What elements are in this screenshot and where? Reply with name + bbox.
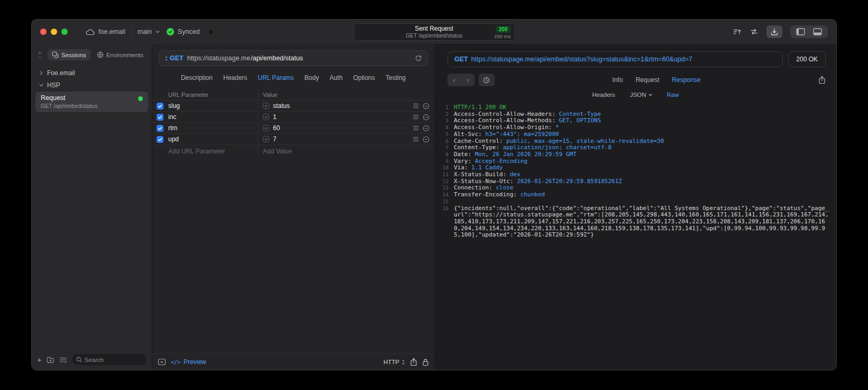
param-name[interactable]: inc xyxy=(168,112,258,122)
value-type-icon[interactable]: = xyxy=(263,114,269,120)
method-label: GET xyxy=(170,55,184,62)
import-icon[interactable] xyxy=(766,25,782,38)
param-name[interactable]: upd xyxy=(168,134,258,144)
request-tabs: DescriptionHeadersURL ParamsBodyAuthOpti… xyxy=(152,68,434,87)
request-tab-url-params[interactable]: URL Params xyxy=(258,74,294,81)
add-request-icon[interactable]: + xyxy=(37,355,42,364)
param-value[interactable]: 7 xyxy=(273,135,277,143)
tab-environments[interactable]: Environments xyxy=(93,49,148,60)
request-tab-auth[interactable]: Auth xyxy=(330,74,343,81)
line-content: Vary: Accept-Encoding xyxy=(454,158,829,165)
param-checkbox[interactable] xyxy=(152,101,168,111)
history-clock-button[interactable] xyxy=(479,74,495,86)
new-folder-icon[interactable] xyxy=(47,356,54,363)
response-tab-request[interactable]: Request xyxy=(636,76,660,84)
request-tab-testing[interactable]: Testing xyxy=(386,74,406,81)
url-bar[interactable]: GET https://statuspage.me /api/embed/sta… xyxy=(159,50,428,66)
tab-sessions[interactable]: Sessions xyxy=(48,49,90,60)
clock-icon xyxy=(483,77,490,84)
request-tab-description[interactable]: Description xyxy=(181,74,213,81)
response-nav: ‹ › InfoRequestResponse xyxy=(435,70,836,87)
add-value[interactable]: Add Value xyxy=(258,145,434,157)
line-number: 15 xyxy=(440,198,454,205)
request-tab-body[interactable]: Body xyxy=(305,74,319,81)
minimize-window-button[interactable] xyxy=(51,29,57,35)
sent-request-subtitle: GET /api/embed/status xyxy=(406,32,462,39)
titlebar-actions xyxy=(733,25,828,38)
multiline-icon[interactable] xyxy=(413,114,419,120)
zoom-window-button[interactable] xyxy=(61,29,68,35)
param-value[interactable]: 60 xyxy=(273,124,280,132)
multiline-icon[interactable] xyxy=(413,137,419,142)
show-panel-icon[interactable] xyxy=(158,358,166,366)
response-status-box: 200 OK xyxy=(788,51,826,67)
param-name[interactable]: slug xyxy=(168,101,258,111)
value-type-icon[interactable]: = xyxy=(263,125,269,131)
back-button[interactable]: ‹ xyxy=(447,74,461,86)
chevron-down-icon[interactable] xyxy=(39,84,43,87)
param-value[interactable]: 1 xyxy=(273,113,277,121)
request-tab-headers[interactable]: Headers xyxy=(223,74,247,81)
project-name[interactable]: foe.email xyxy=(98,28,125,35)
export-icon[interactable] xyxy=(818,76,826,84)
subtab-raw[interactable]: Raw xyxy=(667,92,679,98)
tree-item-hsp[interactable]: HSP xyxy=(32,79,152,91)
response-url-box[interactable]: GET https://statuspage.me/api/embed/stat… xyxy=(447,51,783,67)
add-checkbox-space xyxy=(152,145,168,157)
remove-row-icon[interactable] xyxy=(423,125,430,132)
value-type-icon[interactable]: = xyxy=(263,136,269,142)
request-tab-options[interactable]: Options xyxy=(353,74,375,81)
multiline-icon[interactable] xyxy=(413,103,419,108)
add-url-parameter[interactable]: Add URL Parameter xyxy=(168,145,258,157)
code-icon: </> xyxy=(171,359,180,365)
preview-label: Preview xyxy=(184,358,206,366)
sync-status: Synced xyxy=(178,28,200,35)
param-value[interactable]: status xyxy=(273,102,290,110)
sort-lines-icon[interactable] xyxy=(733,28,742,36)
share-icon[interactable] xyxy=(410,358,417,366)
param-checkbox[interactable] xyxy=(152,134,168,144)
resend-icon[interactable] xyxy=(415,55,422,62)
remove-row-icon[interactable] xyxy=(423,114,430,121)
value-type-icon[interactable]: = xyxy=(263,103,269,109)
project-info: foe.email main Synced xyxy=(86,28,213,35)
param-checkbox[interactable] xyxy=(152,123,168,133)
sidebar-request-item[interactable]: Request GET /api/embed/status xyxy=(35,92,148,112)
forward-button[interactable]: › xyxy=(461,74,474,86)
line-number: 13 xyxy=(440,185,454,192)
add-param-row: Add URL Parameter Add Value xyxy=(152,145,434,157)
multiline-icon[interactable] xyxy=(413,125,419,131)
remove-row-icon[interactable] xyxy=(423,136,430,143)
search-input[interactable]: Search xyxy=(72,354,147,365)
tab-environments-label: Environments xyxy=(106,52,143,58)
left-panel-icon[interactable] xyxy=(796,28,805,35)
bottom-panel-icon[interactable] xyxy=(813,28,822,35)
param-row: upd=7 xyxy=(152,134,434,145)
compare-icon[interactable] xyxy=(750,28,759,36)
subtab-headers[interactable]: Headers xyxy=(592,92,615,98)
param-row: rtm=60 xyxy=(152,123,434,134)
param-checkbox[interactable] xyxy=(152,112,168,122)
response-tab-info[interactable]: Info xyxy=(613,76,623,84)
url-domain[interactable]: https://statuspage.me xyxy=(187,55,251,62)
response-code[interactable]: 1HTTP/1.1 200 OK2Access-Control-Allow-He… xyxy=(435,100,836,370)
preview-button[interactable]: </> Preview xyxy=(171,358,206,366)
chevron-right-icon[interactable] xyxy=(39,71,43,75)
close-window-button[interactable] xyxy=(40,29,47,35)
tree-item-foe-email[interactable]: Foe.email xyxy=(32,67,152,79)
remove-icon[interactable]: − xyxy=(38,55,41,59)
subtab-format-select[interactable]: JSON xyxy=(630,92,652,98)
line-content xyxy=(454,198,829,205)
remove-row-icon[interactable] xyxy=(423,103,430,110)
param-name[interactable]: rtm xyxy=(168,123,258,133)
protocol-select[interactable]: HTTP xyxy=(383,359,405,365)
branch-name[interactable]: main xyxy=(138,28,152,35)
view-options-icon[interactable] xyxy=(59,357,67,363)
response-tab-response[interactable]: Response xyxy=(672,76,700,84)
chevron-down-icon[interactable] xyxy=(156,30,160,33)
column-url-parameter: URL Parameter xyxy=(168,89,258,100)
method-select[interactable]: GET xyxy=(165,55,184,62)
request-status-pill[interactable]: Sent Request GET /api/embed/status 200 2… xyxy=(353,23,515,41)
url-path[interactable]: /api/embed/status xyxy=(251,55,303,62)
lock-icon[interactable] xyxy=(422,358,429,366)
